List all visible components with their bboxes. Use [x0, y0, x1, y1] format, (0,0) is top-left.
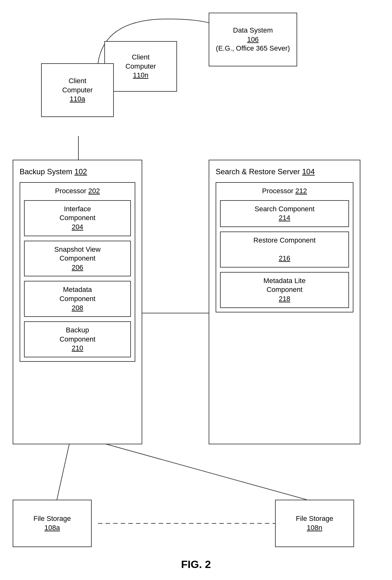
data-system-id: 106 [247, 35, 259, 44]
processor-212-id: 212 [295, 187, 307, 195]
interface-component-box: InterfaceComponent 204 [24, 200, 131, 236]
search-restore-id: 104 [302, 167, 315, 176]
search-label: Search Component [254, 205, 315, 214]
snapshot-id: 206 [72, 263, 83, 272]
file-storage-n-box: File Storage 108n [275, 500, 354, 547]
metadata-lite-label: Metadata LiteComponent [263, 276, 305, 294]
data-system-label: Data System [233, 26, 273, 35]
backup-system-box: Backup System 102 Processor 202 Interfac… [13, 160, 142, 444]
backup-comp-label: BackupComponent [59, 326, 95, 344]
search-restore-server-box: Search & Restore Server 104 Processor 21… [209, 160, 360, 444]
backup-comp-id: 210 [72, 344, 83, 353]
client-computer-n-box: ClientComputer 110n [104, 41, 177, 92]
backup-component-box: BackupComponent 210 [24, 321, 131, 357]
metadata-lite-id: 218 [279, 294, 291, 304]
backup-system-id: 102 [74, 167, 87, 176]
processor-202-id: 202 [88, 187, 100, 195]
data-system-box: Data System 106 (E.G., Office 365 Sever) [209, 13, 297, 66]
figure-label: FIG. 2 [0, 558, 392, 571]
svg-line-4 [101, 443, 307, 500]
interface-id: 204 [72, 223, 83, 232]
search-id: 214 [279, 213, 291, 223]
file-storage-a-label: File Storage [34, 514, 71, 523]
processor-202-box: Processor 202 InterfaceComponent 204 Sna… [20, 182, 135, 362]
client-n-label: ClientComputer [126, 53, 156, 71]
snapshot-component-box: Snapshot ViewComponent 206 [24, 241, 131, 277]
processor-202-label: Processor [55, 187, 88, 195]
file-storage-n-label: File Storage [296, 514, 334, 523]
data-system-sub: (E.G., Office 365 Sever) [216, 44, 290, 53]
restore-label: Restore Component [254, 236, 316, 245]
client-n-id: 110n [133, 71, 149, 80]
file-storage-a-box: File Storage 108a [13, 500, 92, 547]
restore-id: 216 [279, 254, 291, 263]
client-computer-a-box: ClientComputer 110a [41, 63, 114, 117]
metadata-label: MetadataComponent [59, 285, 95, 303]
search-restore-label: Search & Restore Server 104 [216, 167, 315, 176]
file-storage-a-id: 108a [45, 523, 60, 533]
backup-system-label: Backup System 102 [20, 167, 87, 176]
interface-label: InterfaceComponent [59, 205, 95, 223]
client-a-id: 110a [70, 95, 85, 104]
svg-line-3 [57, 443, 70, 500]
metadata-component-box: MetadataComponent 208 [24, 281, 131, 317]
search-component-box: Search Component 214 [220, 200, 349, 227]
restore-component-box: Restore Component 216 [220, 231, 349, 268]
processor-212-label: Processor [262, 187, 295, 195]
snapshot-label: Snapshot ViewComponent [54, 245, 101, 263]
processor-212-box: Processor 212 Search Component 214 Resto… [216, 182, 353, 312]
metadata-id: 208 [72, 304, 83, 313]
file-storage-n-id: 108n [307, 523, 322, 533]
client-a-label: ClientComputer [62, 77, 93, 95]
metadata-lite-component-box: Metadata LiteComponent 218 [220, 272, 349, 308]
